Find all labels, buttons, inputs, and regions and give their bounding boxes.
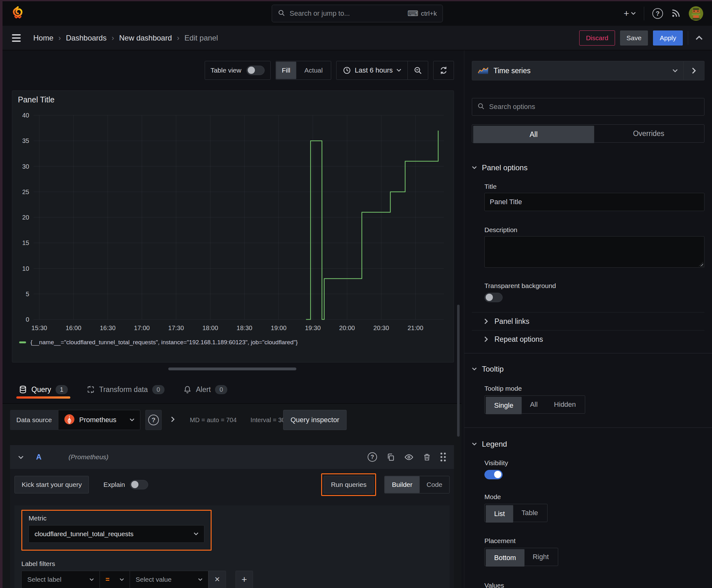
section-legend[interactable]: Legend (472, 440, 705, 448)
actual-tab[interactable]: Actual (296, 61, 331, 80)
tooltip-mode-single[interactable]: Single (486, 397, 522, 414)
news-button[interactable] (671, 8, 681, 19)
alert-count-badge: 0 (215, 385, 227, 394)
time-series-chart[interactable]: 051015202530354015:3016:0016:3017:0017:3… (17, 111, 448, 334)
main-scrollbar-thumb[interactable] (457, 305, 459, 437)
svg-text:16:00: 16:00 (66, 324, 81, 331)
add-filter-button[interactable]: + (235, 571, 253, 588)
query-inspector-button[interactable]: Query inspector (283, 410, 346, 430)
toggle-query-visibility-button[interactable] (404, 453, 413, 462)
tab-alert[interactable]: Alert 0 (184, 385, 227, 394)
nav-divider (644, 6, 644, 20)
kick-start-button[interactable]: Kick start your query (15, 476, 89, 493)
svg-text:18:30: 18:30 (237, 324, 253, 331)
new-menu-button[interactable]: + (624, 8, 636, 19)
options-search[interactable] (472, 98, 705, 115)
clock-icon (343, 66, 351, 75)
window-edge-left (0, 0, 2, 588)
duplicate-query-button[interactable] (386, 453, 395, 461)
rss-icon (671, 8, 681, 19)
breadcrumb-current: Edit panel (185, 34, 218, 42)
grafana-logo-icon[interactable] (11, 6, 24, 21)
run-queries-button[interactable]: Run queries (324, 476, 373, 493)
collapse-query-button[interactable] (18, 454, 24, 461)
chevron-right-icon (484, 336, 488, 342)
legend-placement-group: Bottom Right (484, 548, 558, 566)
save-button[interactable]: Save (620, 30, 648, 45)
breadcrumb-dashboards[interactable]: Dashboards (66, 34, 106, 42)
metric-select[interactable]: cloudflared_tunnel_total_requests (28, 525, 204, 543)
panel-title-input[interactable] (484, 193, 705, 211)
panel-resize-handle[interactable] (168, 368, 296, 370)
time-range-picker[interactable]: Last 6 hours (337, 61, 408, 80)
tab-query-label: Query (31, 385, 51, 394)
options-tabs: All Overrides (472, 124, 705, 143)
copy-icon (386, 453, 395, 461)
chevron-right-icon (692, 67, 696, 74)
select-value-dropdown[interactable]: Select value (130, 571, 209, 588)
tab-query[interactable]: Query 1 (19, 385, 68, 394)
menu-toggle-button[interactable] (12, 34, 21, 42)
chart-legend-item[interactable]: {__name__="cloudflared_tunnel_total_requ… (19, 339, 298, 346)
query-stats: MD = auto = 704 Interval = 30s (190, 417, 288, 424)
user-avatar[interactable] (689, 6, 703, 21)
drag-query-handle[interactable] (440, 453, 446, 461)
datasource-picker[interactable]: Prometheus (58, 410, 140, 430)
tooltip-mode-all[interactable]: All (522, 397, 546, 413)
zoom-out-button[interactable] (408, 61, 428, 80)
visualization-picker[interactable]: Time series (472, 61, 684, 80)
svg-text:21:00: 21:00 (408, 324, 423, 331)
legend-mode-list[interactable]: List (486, 505, 513, 523)
operator-dropdown[interactable]: = (100, 571, 130, 588)
legend-mode-table[interactable]: Table (513, 505, 546, 521)
search-icon (278, 9, 285, 18)
actions-divider (688, 31, 688, 45)
tab-all[interactable]: All (473, 126, 594, 143)
apply-button[interactable]: Apply (653, 30, 683, 45)
breadcrumb-dashboard[interactable]: New dashboard (119, 34, 172, 42)
svg-text:10: 10 (22, 265, 29, 272)
table-view-toggle[interactable] (246, 66, 265, 75)
legend-placement-right[interactable]: Right (524, 549, 557, 565)
svg-text:16:30: 16:30 (100, 324, 115, 331)
chevron-down-icon (672, 69, 678, 72)
fill-tab[interactable]: Fill (276, 62, 296, 79)
discard-button[interactable]: Discard (579, 30, 615, 45)
remove-filter-button[interactable]: ✕ (209, 571, 226, 588)
plus-icon: + (241, 574, 247, 585)
toggle-options-pane-button[interactable] (684, 61, 705, 80)
section-panel-options[interactable]: Panel options (472, 163, 705, 172)
breadcrumb-home[interactable]: Home (33, 34, 53, 42)
section-tooltip[interactable]: Tooltip (472, 365, 705, 374)
global-search[interactable]: ⌨ ctrl+k (272, 5, 443, 22)
query-editor-area: Data source Prometheus ? (2, 403, 461, 588)
expand-row-button[interactable] (171, 417, 175, 424)
search-input[interactable] (289, 9, 404, 18)
tab-transform[interactable]: Transform data 0 (87, 385, 165, 394)
section-repeat-options[interactable]: Repeat options (472, 331, 705, 348)
datasource-help-button[interactable]: ? (145, 410, 162, 430)
query-ref-id[interactable]: A (36, 453, 41, 461)
legend-placement-bottom[interactable]: Bottom (486, 549, 524, 567)
delete-query-button[interactable] (423, 453, 431, 461)
select-label-dropdown[interactable]: Select label (21, 571, 100, 588)
builder-tab[interactable]: Builder (385, 476, 419, 493)
options-search-input[interactable] (489, 102, 699, 111)
tooltip-mode-hidden[interactable]: Hidden (546, 397, 584, 413)
refresh-button[interactable] (434, 61, 454, 80)
collapse-options-button[interactable] (696, 34, 703, 41)
description-textarea[interactable] (484, 236, 705, 268)
breadcrumb-separator: › (177, 34, 179, 42)
legend-visibility-toggle[interactable] (484, 470, 503, 479)
query-help-button[interactable]: ? (368, 452, 377, 462)
transparent-background-toggle[interactable] (484, 293, 503, 302)
explain-toggle[interactable] (130, 480, 148, 489)
code-tab[interactable]: Code (420, 476, 449, 493)
help-button[interactable]: ? (652, 8, 663, 19)
keyboard-icon: ⌨ (408, 10, 418, 17)
section-panel-links[interactable]: Panel links (472, 313, 705, 330)
svg-text:15:30: 15:30 (31, 324, 47, 331)
query-datasource-hint: (Prometheus) (68, 453, 108, 461)
tab-overrides[interactable]: Overrides (594, 126, 704, 141)
svg-text:30: 30 (22, 163, 29, 170)
